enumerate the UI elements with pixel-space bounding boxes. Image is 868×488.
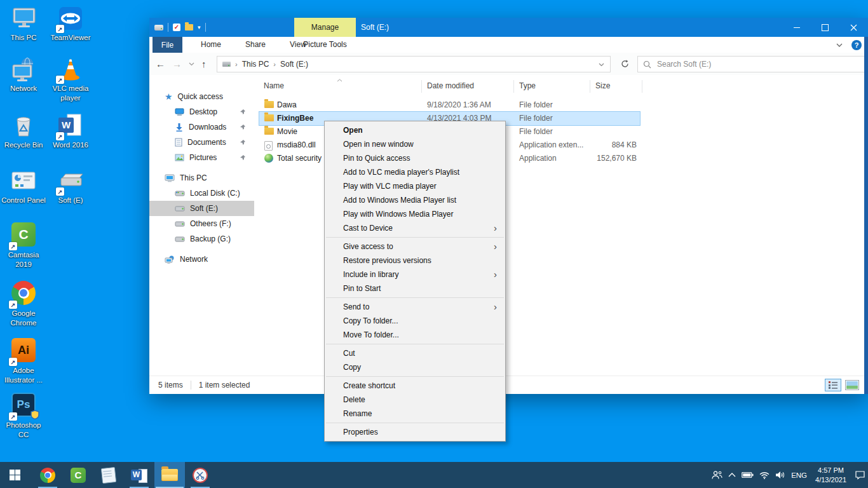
recent-locations-chevron-icon[interactable] [189,62,194,66]
column-divider[interactable] [642,80,642,93]
desktop-icon-chrome[interactable]: ↗ Google Chrome [0,280,47,328]
taskbar-notepad-button[interactable] [93,462,124,488]
sidebar-item-backup-g[interactable]: Backup (G:) [149,231,254,247]
new-folder-icon[interactable] [185,24,193,30]
people-icon[interactable] [712,470,722,480]
menu-item-cut[interactable]: Cut [325,346,505,360]
menu-item-open[interactable]: Open [325,123,505,137]
taskbar-word-button[interactable]: W [124,462,154,488]
desktop-icon-vlc[interactable]: ↗ VLC media player [47,56,94,103]
menu-separator [326,237,504,238]
sidebar-item-documents[interactable]: Documents [149,135,254,150]
search-box[interactable] [637,56,867,72]
file-row-dawa[interactable]: Dawa 9/18/2020 1:36 AM File folder [259,98,640,112]
help-icon[interactable]: ? [851,40,862,50]
taskbar-file-explorer-button[interactable] [154,462,185,488]
menu-item-add-to-vlc-playlist[interactable]: Add to VLC media player's Playlist [325,165,505,179]
tab-home[interactable]: Home [189,37,233,53]
column-divider[interactable] [421,80,422,93]
desktop-icon-control-panel[interactable]: Control Panel [0,168,47,205]
menu-item-restore-previous-versions[interactable]: Restore previous versions [325,254,505,268]
sidebar-item-quick-access[interactable]: ★ Quick access [149,89,254,104]
column-header-type[interactable]: Type [519,81,536,90]
taskbar-snipping-tool-button[interactable] [185,462,215,488]
title-bar[interactable]: ✓ ▾ Manage Soft (E:) [149,18,868,37]
sidebar-item-network[interactable]: Network [149,252,254,267]
desktop-icon-this-pc[interactable]: This PC [0,5,47,43]
breadcrumb-this-pc[interactable]: This PC [242,60,269,69]
taskbar-camtasia-button[interactable]: C [63,462,93,488]
desktop-icon-word[interactable]: W ↗ Word 2016 [47,112,94,150]
menu-item-cast-to-device[interactable]: Cast to Device› [325,221,505,235]
menu-item-play-with-vlc[interactable]: Play with VLC media player [325,179,505,193]
clock[interactable]: 4:57 PM 4/13/2021 [815,466,846,485]
desktop-icon-label: TeamViewer [47,33,94,43]
sidebar-item-pictures[interactable]: Pictures [149,150,254,165]
manage-contextual-tab[interactable]: Manage [294,18,356,37]
menu-item-rename[interactable]: Rename [325,407,505,421]
maximize-button[interactable] [811,18,839,37]
drive-icon[interactable] [154,25,163,30]
column-divider[interactable] [590,80,590,93]
sidebar-item-downloads[interactable]: Downloads [149,119,254,135]
menu-item-add-to-wmp-list[interactable]: Add to Windows Media Player list [325,193,505,207]
close-button[interactable] [839,18,868,37]
menu-item-delete[interactable]: Delete [325,393,505,407]
desktop-icon-illustrator[interactable]: Ai ↗ Adobe Illustrator ... [0,337,47,385]
wifi-icon[interactable] [759,471,770,479]
breadcrumb[interactable]: › This PC › Soft (E:) [217,56,611,72]
address-dropdown-chevron-icon[interactable] [593,60,610,69]
minimize-button[interactable] [782,18,811,37]
back-button[interactable]: ← [156,58,165,69]
column-header-date-modified[interactable]: Date modified [427,81,474,90]
expand-ribbon-chevron-icon[interactable] [836,43,843,47]
customize-qat-chevron-icon[interactable]: ▾ [198,18,201,37]
menu-item-include-in-library[interactable]: Include in library› [325,268,505,281]
thumbnail-view-button[interactable] [844,379,860,391]
menu-item-send-to[interactable]: Send to› [325,300,505,314]
battery-icon[interactable] [742,471,754,478]
volume-icon[interactable] [775,471,785,479]
sidebar-item-soft-e[interactable]: Soft (E:) [149,201,254,216]
desktop-icon-soft-e[interactable]: ↗ Soft (E) [47,168,94,205]
menu-item-give-access-to[interactable]: Give access to› [325,240,505,254]
details-view-button[interactable] [825,379,841,391]
menu-item-pin-to-quick-access[interactable]: Pin to Quick access [325,151,505,165]
menu-item-move-to-folder[interactable]: Move To folder... [325,328,505,342]
menu-item-copy[interactable]: Copy [325,360,505,374]
up-button[interactable]: ↑ [201,58,207,69]
column-divider[interactable] [513,80,514,93]
column-header-name[interactable]: Name [264,81,284,90]
desktop-icon-teamviewer[interactable]: ↗ TeamViewer [47,5,94,43]
sidebar-item-local-disk-c[interactable]: Local Disk (C:) [149,186,254,201]
breadcrumb-current[interactable]: Soft (E:) [280,60,308,69]
desktop-icon-photoshop[interactable]: Ps ↗ Photoshop CC [0,391,47,440]
quick-access-toolbar: ✓ ▾ [154,18,206,37]
menu-item-properties[interactable]: Properties [325,425,505,439]
hidden-icons-chevron-icon[interactable] [728,473,736,477]
menu-item-play-with-wmp[interactable]: Play with Windows Media Player [325,207,505,221]
desktop-icon-camtasia[interactable]: C ↗ Camtasia 2019 [0,221,47,269]
desktop-icon-recycle-bin[interactable]: Recycle Bin [0,112,47,150]
svg-text:W: W [62,119,71,130]
language-indicator[interactable]: ENG [791,471,807,479]
menu-item-open-in-new-window[interactable]: Open in new window [325,137,505,151]
sidebar-item-otheers-f[interactable]: Otheers (F:) [149,216,254,231]
desktop-icon-network[interactable]: Network [0,56,47,93]
menu-item-copy-to-folder[interactable]: Copy To folder... [325,314,505,328]
taskbar-chrome-button[interactable] [32,462,63,488]
tab-picture-tools[interactable]: Picture Tools [295,37,355,53]
tab-file[interactable]: File [153,37,182,53]
search-input[interactable] [656,59,862,69]
sidebar-item-desktop[interactable]: Desktop [149,104,254,119]
sidebar-item-this-pc[interactable]: This PC [149,170,254,186]
properties-icon[interactable]: ✓ [173,24,180,31]
start-button[interactable] [0,462,29,488]
menu-item-pin-to-start[interactable]: Pin to Start [325,281,505,295]
tab-share[interactable]: Share [233,37,278,53]
action-center-icon[interactable] [855,470,865,480]
column-header-size[interactable]: Size [595,81,610,90]
refresh-button[interactable] [616,56,633,71]
forward-button[interactable]: → [172,58,182,69]
menu-item-create-shortcut[interactable]: Create shortcut [325,379,505,393]
